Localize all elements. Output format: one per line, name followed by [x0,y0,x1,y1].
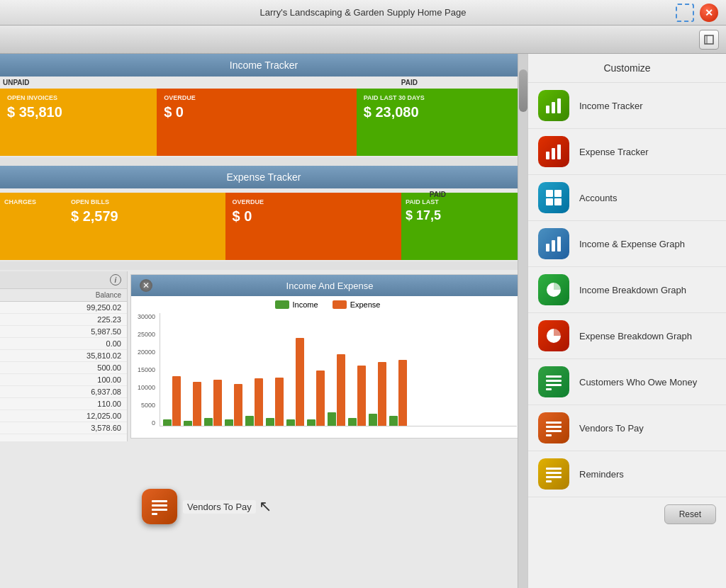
expense-bar [275,378,284,426]
sidebar-item-income-&-expense-graph[interactable]: Income & Expense Graph [528,221,726,267]
content-area: Income Tracker UNPAID PAID OPEN INVOICES… [0,54,527,588]
svg-rect-30 [546,480,552,482]
expense-legend-label: Expense [350,300,381,309]
reset-button[interactable]: Reset [664,504,716,524]
blue-grid-icon [538,182,569,213]
sidebar-item-label: Expense Breakdown Graph [579,331,692,341]
income-bar [348,418,357,426]
vendors-popup-btn[interactable] [142,489,177,524]
paid-last30-cell[interactable]: PAID LAST 30 DAYS $ 23,080 [357,89,527,156]
legend-expense: Expense [333,300,381,309]
sidebar-item-income-breakdown-graph[interactable]: Income Breakdown Graph [528,267,726,313]
svg-rect-28 [546,472,562,474]
balance-row: 99,250.02 [0,302,127,314]
sidebar-item-accounts[interactable]: Accounts [528,175,726,221]
expense-paid-value: $ 17,5 [406,208,523,223]
chart-y-labels: 050001000015000200002500030000 [131,313,158,426]
toolbar [0,26,726,54]
expense-overdue-cell[interactable]: OVERDUE $ 0 [225,193,401,260]
open-invoices-cell[interactable]: OPEN INVOICES $ 35,810 [0,89,157,156]
income-bar [266,418,274,426]
sidebar-item-expense-tracker[interactable]: Expense Tracker [528,129,726,175]
chart-close-btn[interactable]: ✕ [140,279,152,292]
svg-rect-17 [552,240,555,251]
chart-body: 050001000015000200002500030000 [131,313,524,434]
svg-rect-7 [552,102,555,113]
yellow-list-icon [538,458,569,490]
sidebar-item-reminders[interactable]: Reminders [528,451,726,497]
help-icon: ✕ [700,4,718,22]
svg-rect-29 [546,476,562,478]
balance-row: 225.23 [0,314,127,326]
green-table-icon [538,366,569,397]
bottom-section: i Balance 99,250.02225.235,987.500.0035,… [0,271,527,441]
income-bar [389,416,398,426]
sidebar-item-label: Reminders [579,469,624,480]
balance-row: 35,810.02 [0,350,127,362]
bar-group [184,382,201,426]
green-pie-icon [538,274,569,305]
expense-overdue-label: OVERDUE [233,198,394,205]
help-icon-btn[interactable]: ✕ [699,3,719,23]
paid-last30-value: $ 23,080 [364,104,520,120]
sidebar-item-label: Income Tracker [579,101,643,111]
svg-rect-15 [554,198,562,205]
income-tracker-body: UNPAID PAID OPEN INVOICES $ 35,810 OVERD… [0,77,527,156]
vendors-popup[interactable]: Vendors To Pay ↖ [142,489,272,524]
chart-container: ✕ Income And Expense Income Expense [130,274,525,439]
expense-labels-row: PAID [0,188,527,193]
select-icon-btn[interactable] [675,3,695,23]
expense-bar [378,362,386,426]
blue-bar-icon [538,228,569,259]
y-label: 5000 [134,402,155,409]
sidebar-items-container: Income TrackerExpense TrackerAccountsInc… [528,83,726,497]
sidebar-item-customers-who-owe-money[interactable]: Customers Who Owe Money [528,359,726,405]
toolbar-expand-btn[interactable] [699,30,719,50]
income-bar [328,412,336,426]
expense-legend-color [333,300,347,309]
bar-group [328,354,345,426]
y-label: 10000 [134,384,155,391]
window-title: Larry's Landscaping & Garden Supply Home… [260,7,467,18]
expense-tracker-body: PAID CHARGES OPEN BILLS $ 2,579 OVERDUE … [0,188,527,260]
income-tracker-row: OPEN INVOICES $ 35,810 OVERDUE $ 0 PAID … [0,89,527,156]
sidebar-item-vendors-to-pay[interactable]: Vendors To Pay [528,405,726,451]
expense-overdue-value: $ 0 [233,208,394,225]
bar-group [307,371,325,426]
expense-bar [357,366,366,426]
expense-bar [213,380,222,426]
income-bar [245,416,254,426]
section-gap-2 [0,261,527,270]
y-label: 25000 [134,331,155,338]
expense-bar [255,378,263,426]
expense-bar [398,360,407,426]
expense-tracker-header: Expense Tracker [0,166,527,188]
sidebar-item-income-tracker[interactable]: Income Tracker [528,83,726,129]
select-icon [676,4,694,22]
svg-rect-14 [546,198,553,205]
svg-rect-21 [546,384,562,386]
income-overdue-cell[interactable]: OVERDUE $ 0 [157,89,357,156]
svg-rect-16 [546,244,549,251]
chart-bars-area [160,313,517,426]
balance-row: 5,987.50 [0,326,127,338]
cursor-icon: ↖ [259,497,272,516]
svg-rect-4 [152,509,167,511]
bar-group [204,380,222,426]
open-bills-cell[interactable]: OPEN BILLS $ 2,579 [64,193,225,260]
open-invoices-value: $ 35,810 [7,104,150,120]
chart-header: ✕ Income And Expense [131,275,524,296]
income-bar [225,419,233,426]
expense-tracker-section: Expense Tracker PAID CHARGES OPEN BILLS … [0,166,527,260]
scrollbar-thumb[interactable] [519,69,527,112]
expense-paid-cell[interactable]: PAID LAST $ 17,5 [401,193,527,260]
open-bills-label: OPEN BILLS [71,198,218,205]
scrollbar[interactable] [518,54,527,588]
charges-label: CHARGES [4,198,60,205]
income-bar [286,419,295,426]
sidebar-item-expense-breakdown-graph[interactable]: Expense Breakdown Graph [528,313,726,359]
charges-cell[interactable]: CHARGES [0,193,64,260]
sidebar-item-label: Customers Who Owe Money [579,377,697,388]
info-icon[interactable]: i [110,274,121,285]
red-pie-icon [538,320,569,351]
